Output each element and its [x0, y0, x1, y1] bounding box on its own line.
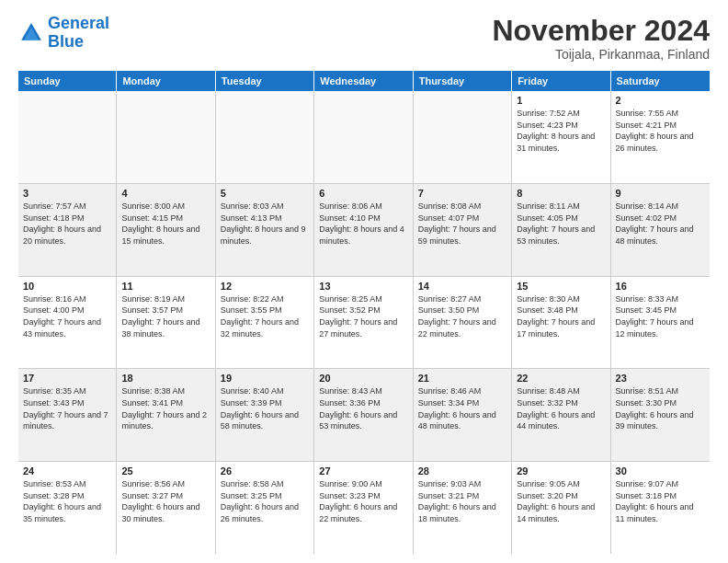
- calendar: SundayMondayTuesdayWednesdayThursdayFrid…: [18, 71, 710, 554]
- cal-cell: 22Sunrise: 8:48 AM Sunset: 3:32 PM Dayli…: [512, 369, 610, 461]
- day-number: 22: [517, 373, 605, 384]
- cal-cell: 28Sunrise: 9:03 AM Sunset: 3:21 PM Dayli…: [414, 462, 512, 554]
- header-day-wednesday: Wednesday: [314, 71, 413, 91]
- day-info: Sunrise: 8:14 AM Sunset: 4:02 PM Dayligh…: [616, 201, 705, 247]
- cal-cell: 14Sunrise: 8:27 AM Sunset: 3:50 PM Dayli…: [414, 277, 512, 369]
- cal-cell: 7Sunrise: 8:08 AM Sunset: 4:07 PM Daylig…: [414, 184, 512, 276]
- cal-cell: 6Sunrise: 8:06 AM Sunset: 4:10 PM Daylig…: [314, 184, 413, 276]
- day-info: Sunrise: 8:35 AM Sunset: 3:43 PM Dayligh…: [23, 385, 111, 431]
- cal-cell: 1Sunrise: 7:52 AM Sunset: 4:23 PM Daylig…: [512, 91, 610, 183]
- day-info: Sunrise: 8:33 AM Sunset: 3:45 PM Dayligh…: [616, 293, 705, 339]
- day-info: Sunrise: 7:52 AM Sunset: 4:23 PM Dayligh…: [517, 108, 605, 154]
- cal-cell: 3Sunrise: 7:57 AM Sunset: 4:18 PM Daylig…: [18, 184, 117, 276]
- day-info: Sunrise: 8:43 AM Sunset: 3:36 PM Dayligh…: [319, 385, 407, 431]
- day-number: 14: [418, 281, 506, 292]
- cal-cell: 9Sunrise: 8:14 AM Sunset: 4:02 PM Daylig…: [611, 184, 710, 276]
- day-info: Sunrise: 8:27 AM Sunset: 3:50 PM Dayligh…: [418, 293, 506, 339]
- header: General Blue November 2024 Toijala, Pirk…: [18, 15, 710, 62]
- cal-cell: 15Sunrise: 8:30 AM Sunset: 3:48 PM Dayli…: [512, 277, 610, 369]
- header-day-friday: Friday: [512, 71, 610, 91]
- day-number: 16: [616, 281, 705, 292]
- cal-cell: [216, 91, 314, 183]
- cal-cell: 26Sunrise: 8:58 AM Sunset: 3:25 PM Dayli…: [216, 462, 314, 554]
- day-number: 17: [23, 373, 111, 384]
- calendar-row-1: 1Sunrise: 7:52 AM Sunset: 4:23 PM Daylig…: [18, 91, 710, 184]
- cal-cell: [18, 91, 117, 183]
- day-info: Sunrise: 8:53 AM Sunset: 3:28 PM Dayligh…: [23, 478, 111, 524]
- day-number: 27: [319, 465, 407, 477]
- cal-cell: 18Sunrise: 8:38 AM Sunset: 3:41 PM Dayli…: [117, 369, 215, 461]
- day-number: 19: [221, 373, 309, 384]
- cal-cell: 11Sunrise: 8:19 AM Sunset: 3:57 PM Dayli…: [117, 277, 215, 369]
- cal-cell: 8Sunrise: 8:11 AM Sunset: 4:05 PM Daylig…: [512, 184, 610, 276]
- day-info: Sunrise: 8:46 AM Sunset: 3:34 PM Dayligh…: [418, 385, 506, 431]
- day-info: Sunrise: 8:38 AM Sunset: 3:41 PM Dayligh…: [121, 385, 210, 431]
- day-info: Sunrise: 7:55 AM Sunset: 4:21 PM Dayligh…: [616, 108, 705, 154]
- day-number: 29: [517, 465, 605, 477]
- day-info: Sunrise: 9:07 AM Sunset: 3:18 PM Dayligh…: [616, 478, 705, 524]
- cal-cell: 30Sunrise: 9:07 AM Sunset: 3:18 PM Dayli…: [611, 462, 710, 554]
- calendar-body: 1Sunrise: 7:52 AM Sunset: 4:23 PM Daylig…: [18, 91, 710, 554]
- day-number: 24: [23, 465, 111, 477]
- cal-cell: 5Sunrise: 8:03 AM Sunset: 4:13 PM Daylig…: [216, 184, 314, 276]
- cal-cell: 24Sunrise: 8:53 AM Sunset: 3:28 PM Dayli…: [18, 462, 117, 554]
- day-info: Sunrise: 8:06 AM Sunset: 4:10 PM Dayligh…: [319, 201, 407, 247]
- day-info: Sunrise: 8:51 AM Sunset: 3:30 PM Dayligh…: [616, 385, 705, 431]
- day-number: 3: [23, 188, 111, 199]
- day-info: Sunrise: 8:19 AM Sunset: 3:57 PM Dayligh…: [121, 293, 210, 339]
- day-number: 20: [319, 373, 407, 384]
- day-info: Sunrise: 9:03 AM Sunset: 3:21 PM Dayligh…: [418, 478, 506, 524]
- day-info: Sunrise: 8:22 AM Sunset: 3:55 PM Dayligh…: [221, 293, 309, 339]
- cal-cell: 23Sunrise: 8:51 AM Sunset: 3:30 PM Dayli…: [611, 369, 710, 461]
- day-number: 6: [319, 188, 407, 199]
- day-number: 7: [418, 188, 506, 199]
- day-number: 5: [221, 188, 309, 199]
- calendar-row-3: 10Sunrise: 8:16 AM Sunset: 4:00 PM Dayli…: [18, 277, 710, 370]
- day-number: 13: [319, 281, 407, 292]
- cal-cell: 27Sunrise: 9:00 AM Sunset: 3:23 PM Dayli…: [314, 462, 413, 554]
- day-number: 2: [616, 95, 705, 106]
- day-info: Sunrise: 8:58 AM Sunset: 3:25 PM Dayligh…: [221, 478, 309, 524]
- logo-line2: Blue: [48, 32, 84, 51]
- header-day-saturday: Saturday: [611, 71, 710, 91]
- calendar-row-5: 24Sunrise: 8:53 AM Sunset: 3:28 PM Dayli…: [18, 462, 710, 554]
- day-number: 1: [517, 95, 605, 106]
- calendar-row-4: 17Sunrise: 8:35 AM Sunset: 3:43 PM Dayli…: [18, 369, 710, 462]
- header-day-thursday: Thursday: [414, 71, 512, 91]
- day-info: Sunrise: 8:48 AM Sunset: 3:32 PM Dayligh…: [517, 385, 605, 431]
- logo: General Blue: [18, 15, 109, 52]
- day-number: 12: [221, 281, 309, 292]
- calendar-header: SundayMondayTuesdayWednesdayThursdayFrid…: [18, 71, 710, 91]
- title-area: November 2024 Toijala, Pirkanmaa, Finlan…: [492, 15, 710, 62]
- logo-text: General Blue: [48, 15, 109, 52]
- day-info: Sunrise: 9:05 AM Sunset: 3:20 PM Dayligh…: [517, 478, 605, 524]
- cal-cell: [414, 91, 512, 183]
- cal-cell: 19Sunrise: 8:40 AM Sunset: 3:39 PM Dayli…: [216, 369, 314, 461]
- day-number: 8: [517, 188, 605, 199]
- calendar-row-2: 3Sunrise: 7:57 AM Sunset: 4:18 PM Daylig…: [18, 184, 710, 277]
- day-number: 21: [418, 373, 506, 384]
- day-info: Sunrise: 8:08 AM Sunset: 4:07 PM Dayligh…: [418, 201, 506, 247]
- cal-cell: 12Sunrise: 8:22 AM Sunset: 3:55 PM Dayli…: [216, 277, 314, 369]
- day-info: Sunrise: 8:56 AM Sunset: 3:27 PM Dayligh…: [121, 478, 210, 524]
- logo-line1: General: [48, 14, 109, 32]
- main-title: November 2024: [492, 15, 710, 47]
- day-number: 30: [616, 465, 705, 477]
- day-info: Sunrise: 8:11 AM Sunset: 4:05 PM Dayligh…: [517, 201, 605, 247]
- cal-cell: [117, 91, 215, 183]
- cal-cell: 17Sunrise: 8:35 AM Sunset: 3:43 PM Dayli…: [18, 369, 117, 461]
- day-info: Sunrise: 8:30 AM Sunset: 3:48 PM Dayligh…: [517, 293, 605, 339]
- day-number: 10: [23, 281, 111, 292]
- logo-icon: [18, 20, 44, 46]
- cal-cell: [314, 91, 413, 183]
- header-day-sunday: Sunday: [18, 71, 117, 91]
- cal-cell: 21Sunrise: 8:46 AM Sunset: 3:34 PM Dayli…: [414, 369, 512, 461]
- subtitle: Toijala, Pirkanmaa, Finland: [492, 47, 710, 62]
- day-info: Sunrise: 8:00 AM Sunset: 4:15 PM Dayligh…: [121, 201, 210, 247]
- cal-cell: 10Sunrise: 8:16 AM Sunset: 4:00 PM Dayli…: [18, 277, 117, 369]
- cal-cell: 16Sunrise: 8:33 AM Sunset: 3:45 PM Dayli…: [611, 277, 710, 369]
- day-number: 11: [121, 281, 210, 292]
- header-day-monday: Monday: [117, 71, 215, 91]
- header-day-tuesday: Tuesday: [216, 71, 314, 91]
- day-number: 15: [517, 281, 605, 292]
